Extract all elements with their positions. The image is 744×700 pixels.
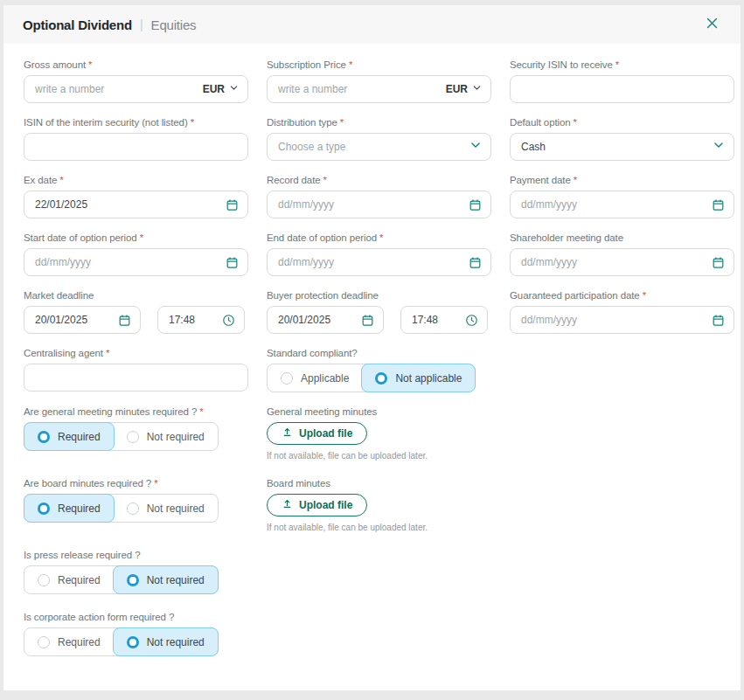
required-marker: * xyxy=(349,59,352,70)
field-buyer-protection-deadline: Buyer protection deadline xyxy=(267,290,491,334)
upload-icon xyxy=(282,426,293,440)
option-not-required[interactable]: Not required xyxy=(113,627,219,656)
interim-isin-value[interactable] xyxy=(35,141,239,153)
radio-checked-icon xyxy=(38,431,50,443)
calendar-icon[interactable] xyxy=(118,314,131,327)
required-marker: * xyxy=(88,59,92,70)
calendar-icon[interactable] xyxy=(226,198,239,211)
radio-checked-icon xyxy=(127,574,139,586)
field-board-minutes-upload: Board minutes Upload file If not availab… xyxy=(267,478,491,532)
upload-file-button[interactable]: Upload file xyxy=(267,422,367,445)
option-not-required[interactable]: Not required xyxy=(114,423,218,450)
market-deadline-time-value[interactable] xyxy=(169,314,222,326)
interim-isin-input[interactable] xyxy=(24,133,248,161)
security-isin-input[interactable] xyxy=(510,75,734,103)
guaranteed-participation-value[interactable] xyxy=(521,314,712,326)
option-required[interactable]: Required xyxy=(24,494,115,523)
option-not-required[interactable]: Not required xyxy=(114,495,218,522)
field-shareholder-meeting: Shareholder meeting date xyxy=(510,232,734,276)
chevron-down-icon xyxy=(469,139,482,155)
option-start-value[interactable] xyxy=(35,256,226,268)
field-subscription-price: Subscription Price* EUR xyxy=(267,59,491,103)
calendar-icon[interactable] xyxy=(361,314,374,327)
form-row: Ex date* Record date* Payment date* xyxy=(24,175,734,218)
field-label: Board minutes xyxy=(267,478,491,489)
subscription-price-value[interactable] xyxy=(278,83,439,95)
subscription-price-input[interactable]: EUR xyxy=(267,75,491,103)
chevron-down-icon xyxy=(229,83,239,95)
shareholder-meeting-input[interactable] xyxy=(510,248,734,276)
option-required[interactable]: Required xyxy=(24,422,115,451)
form-row: ISIN of the interim security (not listed… xyxy=(24,117,734,161)
upload-note: If not available, file can be uploaded l… xyxy=(267,451,491,461)
calendar-icon[interactable] xyxy=(469,256,482,269)
option-not-required[interactable]: Not required xyxy=(113,565,219,594)
market-deadline-date-input[interactable] xyxy=(24,306,141,334)
ex-date-input[interactable] xyxy=(24,191,248,218)
calendar-icon[interactable] xyxy=(226,256,239,269)
buyer-protection-time-value[interactable] xyxy=(412,314,465,326)
field-label: Are board minutes required ?* xyxy=(24,478,248,489)
field-general-meeting-upload: General meeting minutes Upload file If n… xyxy=(267,406,491,461)
guaranteed-participation-input[interactable] xyxy=(510,306,734,334)
required-marker: * xyxy=(379,232,383,243)
field-centralising-agent: Centralising agent* xyxy=(24,348,248,392)
gross-amount-value[interactable] xyxy=(35,83,196,95)
market-deadline-date-value[interactable] xyxy=(35,314,118,326)
centralising-agent-input[interactable] xyxy=(24,364,248,392)
clock-icon[interactable] xyxy=(222,314,235,327)
default-option-select[interactable]: Cash xyxy=(510,133,734,161)
form-row: Are board minutes required ?* Required N… xyxy=(24,478,734,532)
field-label: Start date of option period* xyxy=(24,232,248,243)
centralising-agent-value[interactable] xyxy=(35,371,239,384)
record-date-input[interactable] xyxy=(267,191,491,218)
record-date-value[interactable] xyxy=(278,198,469,211)
required-marker: * xyxy=(323,175,327,185)
shareholder-meeting-value[interactable] xyxy=(521,256,712,268)
field-label: Standard compliant? xyxy=(267,348,491,358)
calendar-icon[interactable] xyxy=(469,198,482,211)
field-guaranteed-participation: Guaranteed participation date* xyxy=(510,290,734,334)
payment-date-value[interactable] xyxy=(521,198,712,211)
field-label: Are general meeting minutes required ?* xyxy=(24,406,248,417)
gross-amount-input[interactable]: EUR xyxy=(24,75,248,103)
form-row: Is press release required ? Required Not… xyxy=(24,550,734,594)
required-marker: * xyxy=(140,232,143,243)
calendar-icon[interactable] xyxy=(712,198,725,211)
distribution-type-select[interactable]: Choose a type xyxy=(267,133,491,161)
clock-icon[interactable] xyxy=(465,314,478,327)
currency-select[interactable]: EUR xyxy=(196,83,239,95)
option-not-applicable[interactable]: Not applicable xyxy=(361,364,476,392)
option-required[interactable]: Required xyxy=(24,628,114,655)
form-row: Are general meeting minutes required ?* … xyxy=(24,406,734,461)
page-background: Optional Dividend | Equities Gross amoun… xyxy=(0,0,744,700)
required-marker: * xyxy=(154,478,157,489)
buyer-protection-time-input[interactable] xyxy=(400,306,488,334)
field-general-meeting-required: Are general meeting minutes required ?* … xyxy=(24,406,248,461)
field-label: End date of option period* xyxy=(267,232,491,243)
field-label: Centralising agent* xyxy=(24,348,248,358)
option-end-value[interactable] xyxy=(278,256,469,268)
option-applicable[interactable]: Applicable xyxy=(268,364,362,392)
general-meeting-required-toggle: Required Not required xyxy=(24,422,219,451)
option-start-input[interactable] xyxy=(24,248,248,276)
x-icon xyxy=(705,16,720,33)
calendar-icon[interactable] xyxy=(712,314,725,327)
option-end-input[interactable] xyxy=(267,248,491,276)
radio-checked-icon xyxy=(127,636,139,648)
ex-date-value[interactable] xyxy=(35,198,226,211)
buyer-protection-date-value[interactable] xyxy=(278,314,361,326)
security-isin-value[interactable] xyxy=(521,83,725,95)
field-standard-compliant: Standard compliant? Applicable Not appli… xyxy=(267,348,491,392)
buyer-protection-date-input[interactable] xyxy=(267,306,384,334)
option-required[interactable]: Required xyxy=(24,566,114,593)
calendar-icon[interactable] xyxy=(712,256,725,269)
payment-date-input[interactable] xyxy=(510,191,734,218)
field-ex-date: Ex date* xyxy=(24,175,248,218)
upload-file-button[interactable]: Upload file xyxy=(267,494,367,516)
field-label: Default option* xyxy=(510,117,734,128)
market-deadline-time-input[interactable] xyxy=(157,306,245,334)
currency-select[interactable]: EUR xyxy=(439,83,482,95)
required-marker: * xyxy=(106,348,109,358)
close-button[interactable] xyxy=(703,14,721,35)
